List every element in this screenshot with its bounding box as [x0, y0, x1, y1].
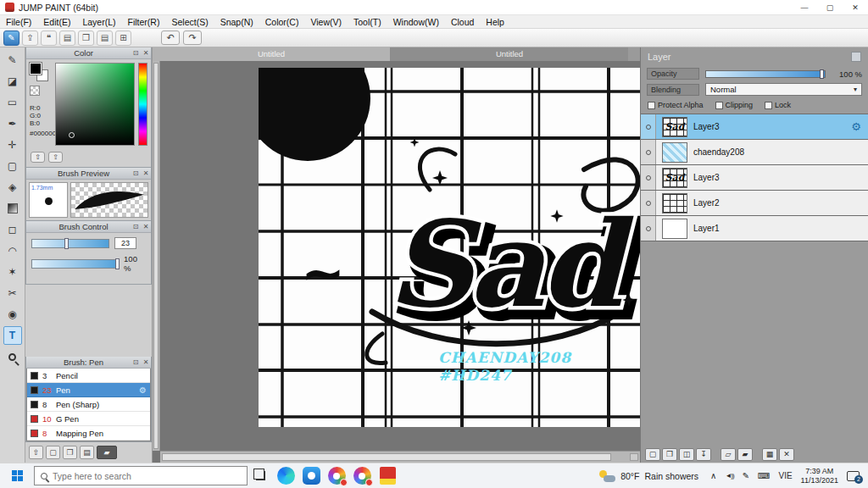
menu-cloud[interactable]: Cloud [445, 17, 480, 27]
menu-layer[interactable]: Layer(L) [76, 17, 121, 27]
knife-tool-icon[interactable]: ✂ [3, 284, 22, 302]
horizontal-scrollbar[interactable] [160, 451, 640, 463]
layer-panel-menu-button[interactable] [851, 52, 861, 62]
export-icon[interactable]: ⇪ [22, 30, 38, 46]
menu-view[interactable]: View(V) [304, 17, 348, 27]
brush-folder-button[interactable]: ▰ [97, 446, 117, 459]
duplicate-brush-button[interactable]: ❐ [63, 446, 77, 459]
canvas-artwork[interactable]: Sad Sad ~ CHAENDAY208 #HD247 [160, 61, 640, 437]
zoom-tool-icon[interactable] [3, 347, 22, 366]
menu-file[interactable]: File(F) [0, 17, 37, 27]
layer-row-selected[interactable]: Sad Layer3 ⚙ [641, 114, 868, 140]
visibility-toggle[interactable] [641, 165, 656, 190]
brush-item-g-pen[interactable]: 10 G Pen [27, 412, 150, 426]
brush-opacity-slider[interactable] [31, 259, 120, 269]
brush-up-button[interactable]: ⇧ [29, 446, 43, 459]
menu-color[interactable]: Color(C) [259, 17, 305, 27]
app-button-2[interactable] [349, 463, 375, 488]
camera-app-button[interactable] [298, 463, 324, 488]
menu-help[interactable]: Help [480, 17, 510, 27]
checkbox-icon[interactable] [765, 102, 772, 109]
visibility-toggle[interactable] [641, 216, 656, 241]
comment-icon[interactable]: ❝ [41, 30, 57, 46]
transparent-swatch[interactable] [30, 86, 40, 96]
pen-settings-icon[interactable]: ✎ [743, 471, 749, 480]
eyedropper-tool-icon[interactable]: ◉ [3, 305, 22, 324]
menu-select[interactable]: Select(S) [165, 17, 214, 27]
checkbox-icon[interactable] [648, 102, 655, 109]
close-button[interactable]: ✕ [843, 0, 868, 14]
brush-item-mapping-pen[interactable]: 8 Mapping Pen [27, 426, 150, 441]
visibility-toggle[interactable] [641, 114, 656, 139]
clipping-checkbox[interactable]: Clipping [715, 101, 754, 109]
redo-button[interactable]: ↷ [183, 30, 202, 45]
popout-icon[interactable]: ⊡ [131, 49, 141, 57]
weather-widget[interactable]: 80°F Rain showers [590, 469, 707, 483]
brush-item-pen-sharp[interactable]: 8 Pen (Sharp) [27, 397, 150, 412]
jump-paint-taskbar-button[interactable] [375, 463, 400, 488]
scrollbar-thumb[interactable] [162, 453, 611, 461]
blending-dropdown[interactable]: Normal ▾ [705, 83, 862, 96]
save-color-button[interactable]: ⇪ [48, 152, 63, 163]
search-input[interactable] [53, 471, 241, 481]
taskbar-search[interactable] [34, 466, 248, 485]
fg-bg-swatch[interactable] [30, 63, 50, 83]
brush-settings-gear-icon[interactable]: ⚙ [139, 385, 147, 395]
brush-size-slider[interactable] [31, 239, 109, 248]
tab-untitled-2-active[interactable]: Untitled [391, 47, 628, 61]
panels-icon[interactable]: ❐ [78, 30, 94, 46]
task-view-button[interactable] [248, 463, 273, 488]
scrollbar-thumb[interactable] [153, 63, 159, 449]
close-panel-icon[interactable]: ✕ [141, 49, 151, 57]
close-panel-icon[interactable]: ✕ [141, 223, 151, 230]
clock[interactable]: 7:39 AM 11/13/2021 [801, 467, 838, 485]
swap-colors-button[interactable]: ⇧ [31, 152, 45, 163]
slider-thumb[interactable] [820, 69, 824, 79]
slider-thumb[interactable] [115, 258, 120, 269]
move-tool-icon[interactable]: ✛ [3, 136, 22, 154]
layer-grid-button[interactable]: ▦ [762, 448, 777, 461]
select-tool-icon[interactable]: ▢ [3, 157, 22, 175]
slider-thumb[interactable] [64, 238, 69, 249]
folder-options-button[interactable]: ▰ [737, 448, 753, 461]
document-icon[interactable]: ▤ [59, 30, 75, 46]
menu-filter[interactable]: Filter(R) [122, 17, 166, 27]
popout-icon[interactable]: ⊡ [131, 358, 141, 366]
menu-snap[interactable]: Snap(N) [214, 17, 259, 27]
new-brush-button[interactable]: ▢ [46, 446, 60, 459]
marquee-tool-icon[interactable]: ◻ [3, 220, 22, 239]
start-button[interactable] [0, 463, 34, 488]
eraser-tool-icon[interactable]: ◪ [3, 72, 22, 91]
layer-settings-gear-icon[interactable]: ⚙ [851, 120, 861, 133]
brush-item-pencil[interactable]: 3 Pencil [27, 369, 150, 383]
pen-tool-icon[interactable]: ✎ [3, 51, 22, 69]
vertical-scrollbar[interactable] [153, 61, 160, 451]
layer-row[interactable]: chaenday208 [641, 140, 868, 165]
brush-settings-button[interactable]: ▤ [80, 446, 94, 459]
undo-button[interactable]: ↶ [161, 30, 180, 45]
language-indicator[interactable]: VIE [778, 471, 792, 480]
brush-item-pen-selected[interactable]: 23 Pen ⚙ [27, 383, 150, 397]
popout-icon[interactable]: ⊡ [131, 169, 141, 177]
action-center-button[interactable]: 2 [847, 471, 860, 481]
brush-size-value[interactable]: 23 [114, 237, 136, 249]
grid-icon[interactable]: ⊞ [115, 30, 131, 46]
merge-down-button[interactable]: ↧ [696, 448, 711, 461]
layer-opacity-slider[interactable] [705, 70, 826, 78]
color-cursor[interactable] [69, 132, 75, 138]
new-folder-button[interactable]: ▱ [721, 448, 736, 461]
layer-row[interactable]: Layer1 [641, 216, 868, 241]
app-button-1[interactable] [324, 463, 349, 488]
fill-tool-icon[interactable]: ◈ [3, 178, 22, 197]
minimize-button[interactable]: — [792, 0, 817, 14]
edge-browser-button[interactable] [273, 463, 298, 488]
volume-icon[interactable]: ◄)) [725, 472, 733, 480]
gradient-tool-icon[interactable] [3, 199, 22, 218]
duplicate-layer-button[interactable]: ❐ [662, 448, 677, 461]
menu-window[interactable]: Window(W) [387, 17, 445, 27]
show-hidden-icons-button[interactable]: ∧ [710, 471, 716, 480]
tab-untitled-1[interactable]: Untitled [153, 47, 391, 61]
menu-tool[interactable]: Tool(T) [348, 17, 387, 27]
foreground-color-swatch[interactable] [30, 63, 42, 75]
popout-icon[interactable]: ⊡ [131, 223, 141, 230]
